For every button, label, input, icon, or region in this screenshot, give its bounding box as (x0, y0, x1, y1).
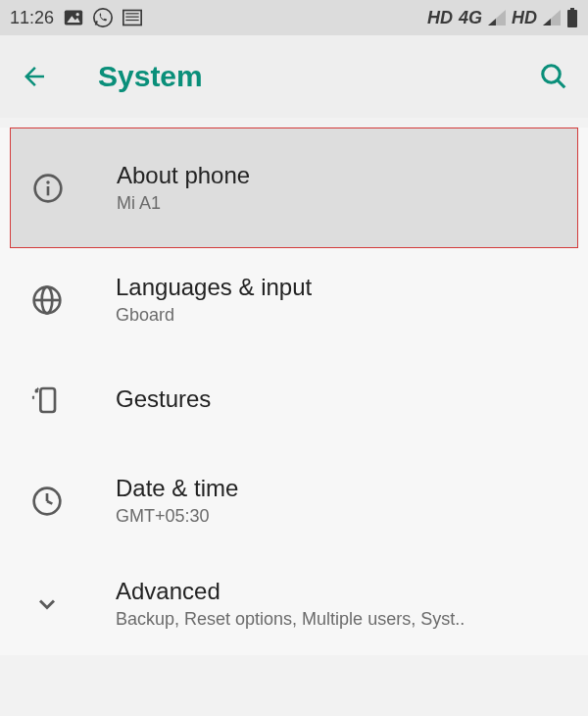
svg-point-2 (76, 13, 79, 16)
clock-icon (27, 486, 67, 517)
hd-indicator-2: HD (512, 8, 537, 28)
globe-icon (27, 284, 67, 316)
svg-rect-12 (570, 8, 574, 10)
item-title: About phone (117, 162, 250, 189)
status-time: 11:26 (10, 8, 54, 28)
item-text: Gestures (116, 385, 211, 415)
signal-icon-1 (488, 10, 506, 26)
svg-rect-22 (40, 388, 55, 412)
item-subtitle: Backup, Reset options, Multiple users, S… (116, 609, 465, 630)
item-text: Languages & input Gboard (116, 274, 312, 326)
gallery-icon (64, 9, 83, 26)
page-title: System (98, 60, 203, 93)
svg-line-15 (558, 80, 565, 88)
list-item-gestures[interactable]: Gestures (0, 351, 588, 449)
back-icon[interactable] (20, 62, 49, 91)
item-text: Advanced Backup, Reset options, Multiple… (116, 578, 465, 630)
network-indicator: 4G (459, 8, 482, 28)
news-icon (122, 9, 142, 26)
item-title: Languages & input (116, 274, 312, 301)
svg-marker-8 (488, 10, 506, 26)
gestures-icon (27, 384, 67, 416)
svg-point-17 (46, 180, 49, 183)
svg-marker-10 (543, 10, 561, 26)
svg-line-26 (47, 501, 52, 504)
chevron-down-icon (27, 590, 67, 618)
item-subtitle: GMT+05:30 (116, 506, 238, 527)
list-item-languages[interactable]: Languages & input Gboard (0, 248, 588, 351)
whatsapp-icon (93, 8, 113, 27)
svg-rect-0 (65, 11, 82, 26)
status-right: HD 4G HD (427, 8, 578, 28)
status-left: 11:26 (10, 8, 142, 28)
battery-icon (566, 8, 578, 27)
item-subtitle: Mi A1 (117, 193, 250, 214)
info-icon (28, 173, 68, 204)
item-title: Date & time (116, 475, 238, 502)
app-bar: System (0, 35, 588, 118)
svg-rect-4 (123, 11, 141, 26)
hd-indicator-1: HD (427, 8, 453, 28)
signal-icon-2 (543, 10, 561, 26)
svg-point-14 (543, 66, 561, 83)
item-title: Advanced (116, 578, 465, 605)
svg-rect-13 (567, 10, 577, 27)
settings-list: About phone Mi A1 Languages & input Gboa… (0, 128, 588, 655)
list-item-date-time[interactable]: Date & time GMT+05:30 (0, 449, 588, 552)
item-title: Gestures (116, 385, 211, 413)
item-text: About phone Mi A1 (117, 162, 250, 214)
status-bar: 11:26 HD 4G HD (0, 0, 588, 35)
item-subtitle: Gboard (116, 305, 312, 326)
search-icon[interactable] (539, 62, 568, 91)
list-item-about-phone[interactable]: About phone Mi A1 (10, 128, 578, 248)
svg-rect-18 (47, 186, 50, 195)
list-item-advanced[interactable]: Advanced Backup, Reset options, Multiple… (0, 552, 588, 655)
item-text: Date & time GMT+05:30 (116, 475, 238, 527)
